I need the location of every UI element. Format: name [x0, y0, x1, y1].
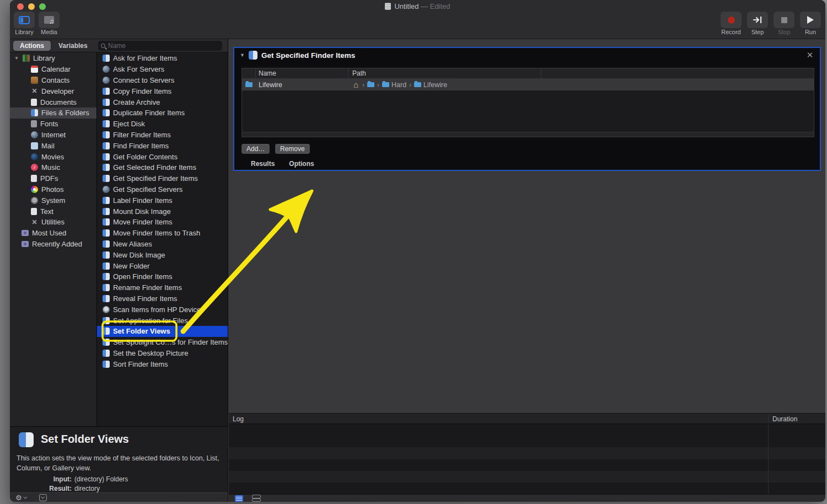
tab-actions[interactable]: Actions [13, 41, 51, 51]
disclosure-triangle-icon[interactable]: ▼ [14, 56, 19, 61]
sidebar-item-label: Music [41, 163, 60, 171]
stack-view-toggle[interactable] [252, 495, 261, 502]
close-icon[interactable]: ✕ [805, 50, 814, 60]
action-item-get-selected-finder-items[interactable]: Get Selected Finder Items [97, 162, 228, 173]
action-item-new-folder[interactable]: New Folder [97, 260, 228, 271]
finder-icon [103, 350, 110, 357]
sidebar-item-internet[interactable]: Internet [10, 130, 96, 141]
action-item-new-disk-image[interactable]: New Disk Image [97, 249, 228, 260]
action-item-label: Set Application for Files [113, 317, 188, 325]
action-item-eject-disk[interactable]: Eject Disk [97, 119, 228, 130]
action-item-find-finder-items[interactable]: Find Finder Items [97, 140, 228, 151]
action-item-open-finder-items[interactable]: Open Finder Items [97, 271, 228, 282]
search-field[interactable] [98, 41, 222, 51]
pdfs-icon [31, 175, 37, 182]
input-label: Input: [10, 475, 72, 483]
name-column-header[interactable]: Name [256, 68, 348, 78]
action-item-duplicate-finder-items[interactable]: Duplicate Finder Items [97, 108, 228, 119]
run-icon [807, 16, 814, 24]
list-view-toggle[interactable] [235, 495, 243, 502]
action-item-create-archive[interactable]: Create Archive [97, 96, 228, 108]
search-input[interactable] [108, 42, 222, 50]
action-item-label: Eject Disk [113, 120, 145, 128]
log-column-header[interactable]: Log [233, 415, 244, 423]
action-item-new-aliases[interactable]: New Aliases [97, 239, 228, 250]
action-item-move-finder-items-to-trash[interactable]: Move Finder Items to Trash [97, 228, 228, 239]
action-item-set-application-for-files[interactable]: Set Application for Files [97, 315, 228, 326]
sidebar-item-files-folders[interactable]: Files & Folders [10, 108, 96, 119]
action-item-set-folder-views[interactable]: Set Folder Views [97, 326, 228, 337]
action-item-scan-items-from-hp-device[interactable]: Scan Items from HP Device [97, 304, 228, 315]
sidebar-item-calendar[interactable]: Calendar [10, 64, 96, 75]
sidebar-item-fonts[interactable]: Fonts [10, 119, 96, 130]
action-item-label: Filter Finder Items [113, 131, 171, 139]
action-item-sort-finder-items[interactable]: Sort Finder Items [97, 358, 228, 369]
sidebar-item-developer[interactable]: ✕Developer [10, 85, 96, 96]
action-item-connect-to-servers[interactable]: Connect to Servers [97, 75, 228, 86]
media-button-label: Media [33, 29, 65, 35]
log-view-bar [229, 494, 825, 502]
sidebar-item-label: Fonts [40, 120, 58, 128]
result-value: directory [74, 485, 228, 492]
photos-icon [31, 186, 38, 193]
sidebar-item-system[interactable]: ⚙System [10, 195, 96, 206]
record-button[interactable] [721, 12, 742, 28]
run-button[interactable] [800, 12, 821, 28]
workflow-action-block[interactable]: ▼ Get Specified Finder Items ✕ Name Path… [233, 47, 821, 171]
folder-icon [245, 82, 253, 87]
action-item-ask-for-finder-items[interactable]: Ask for Finder Items [97, 53, 228, 64]
action-item-get-specified-servers[interactable]: Get Specified Servers [97, 184, 228, 195]
settings-gear-button[interactable]: ⚙ [15, 494, 26, 501]
sidebar-item-pdfs[interactable]: PDFs [10, 173, 96, 184]
sidebar-item-documents[interactable]: Documents [10, 96, 96, 108]
finder-icon [103, 99, 110, 106]
stop-button[interactable] [774, 12, 794, 28]
action-item-get-specified-finder-items[interactable]: Get Specified Finder Items [97, 173, 228, 184]
server-icon [103, 77, 110, 84]
action-input-line: Input: (directory) Folders [10, 475, 228, 483]
workflow-canvas: ▼ Get Specified Finder Items ✕ Name Path… [229, 39, 825, 502]
library-button[interactable] [14, 12, 35, 28]
action-item-filter-finder-items[interactable]: Filter Finder Items [97, 130, 228, 141]
action-item-set-the-desktop-picture[interactable]: Set the Desktop Picture [97, 348, 228, 359]
sidebar-item-contacts[interactable]: Contacts [10, 75, 96, 86]
tab-options[interactable]: Options [289, 160, 314, 168]
sidebar-item-recently-added[interactable]: Recently Added [10, 239, 96, 250]
step-button[interactable] [747, 12, 768, 28]
sidebar-item-movies[interactable]: Movies [10, 151, 96, 162]
disclosure-triangle-icon[interactable]: ▼ [240, 52, 245, 58]
media-button[interactable] [39, 12, 60, 28]
icon-column-header [242, 68, 256, 78]
duration-column-header[interactable]: Duration [772, 415, 797, 423]
table-row[interactable]: Lifewire⌂››Hard›Lifewire [242, 79, 814, 90]
remove-button[interactable]: Remove [275, 144, 310, 154]
run-button-label: Run [794, 29, 825, 35]
action-item-rename-finder-items[interactable]: Rename Finder Items [97, 282, 228, 293]
action-item-label-finder-items[interactable]: Label Finder Items [97, 195, 228, 206]
action-item-get-folder-contents[interactable]: Get Folder Contents [97, 151, 228, 162]
action-item-mount-disk-image[interactable]: Mount Disk Image [97, 206, 228, 217]
horizontal-scrollbar[interactable] [242, 132, 814, 137]
action-item-move-finder-items[interactable]: Move Finder Items [97, 217, 228, 228]
finder-icon [103, 109, 110, 116]
tab-results[interactable]: Results [251, 160, 275, 168]
show-variables-toggle[interactable] [39, 494, 47, 501]
sidebar-item-mail[interactable]: Mail [10, 140, 96, 151]
sidebar-item-music[interactable]: ♪Music [10, 162, 96, 173]
folder-icon [414, 82, 421, 87]
log-rows [229, 424, 825, 494]
action-item-ask-for-servers[interactable]: Ask For Servers [97, 64, 228, 75]
sidebar-item-most-used[interactable]: Most Used [10, 228, 96, 239]
finder-icon [103, 164, 110, 171]
sidebar-item-library[interactable]: ▼Library [10, 53, 96, 64]
sidebar-item-utilities[interactable]: ✕Utilities [10, 217, 96, 228]
sidebar-item-photos[interactable]: Photos [10, 184, 96, 195]
path-column-header[interactable]: Path [348, 68, 541, 78]
tab-variables[interactable]: Variables [58, 42, 88, 50]
action-item-reveal-finder-items[interactable]: Reveal Finder Items [97, 293, 228, 304]
action-item-set-spotlight-co-s-for-finder-items[interactable]: Set Spotlight Co…s for Finder Items [97, 337, 228, 348]
action-item-copy-finder-items[interactable]: Copy Finder Items [97, 85, 228, 96]
documents-icon [31, 99, 37, 106]
add-button[interactable]: Add… [241, 144, 270, 154]
sidebar-item-text[interactable]: Text [10, 206, 96, 217]
